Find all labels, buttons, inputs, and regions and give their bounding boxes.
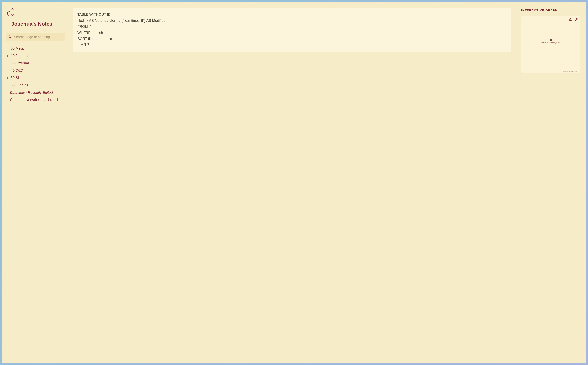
chevron-right-icon [6, 84, 9, 87]
main-content: TABLE WITHOUT IDfile.link AS Note, datef… [69, 2, 515, 363]
graph-container[interactable]: Dataview - Recently Edited Powered by Ob… [521, 16, 581, 73]
nav-list: 00 Meta10 Journals30 External40 D&D50 Sl… [6, 45, 65, 104]
nav-item-6[interactable]: Dataview - Recently Edited [6, 89, 65, 96]
code-line-2: FROM "" [77, 24, 507, 30]
code-line-3: WHERE publish [77, 30, 507, 36]
app-window: Joschua's Notes 00 Meta10 Journals30 Ext… [2, 2, 586, 363]
graph-footer[interactable]: Powered by Obsidian [563, 70, 579, 72]
logo[interactable] [6, 7, 65, 18]
nav-item-label: 00 Meta [11, 46, 24, 51]
chevron-right-icon [6, 62, 9, 65]
nav-item-label: 30 External [11, 61, 29, 65]
graph-node[interactable]: Dataview - Recently Edited [540, 39, 561, 44]
svg-rect-1 [11, 8, 14, 15]
nav-item-7[interactable]: Git force overwrite local branch [6, 96, 65, 104]
graph-node-dot [550, 39, 552, 41]
nav-item-5[interactable]: 60 Outputs [6, 82, 65, 89]
graph-panel-title: INTERACTIVE GRAPH [521, 8, 581, 12]
code-block: TABLE WITHOUT IDfile.link AS Note, datef… [73, 7, 511, 52]
sidebar: Joschua's Notes 00 Meta10 Journals30 Ext… [2, 2, 69, 363]
nav-item-4[interactable]: 50 Slipbox [6, 74, 65, 82]
search-input[interactable] [14, 35, 62, 39]
nav-item-label: 50 Slipbox [11, 76, 27, 80]
nav-item-label: 40 D&D [11, 69, 23, 73]
code-line-5: LIMIT 7 [77, 42, 507, 48]
svg-point-2 [9, 35, 11, 38]
nav-item-label: Dataview - Recently Edited [10, 91, 53, 95]
sidebar-title[interactable]: Joschua's Notes [6, 21, 65, 27]
search-box[interactable] [6, 33, 65, 41]
nav-item-label: 10 Journals [11, 54, 29, 58]
graph-node-label: Dataview - Recently Edited [540, 42, 561, 44]
chevron-right-icon [6, 47, 9, 50]
search-icon [8, 35, 12, 39]
svg-line-7 [575, 19, 577, 21]
nav-item-label: Git force overwrite local branch [10, 98, 59, 102]
svg-line-3 [11, 37, 11, 38]
nav-item-2[interactable]: 30 External [6, 60, 65, 67]
expand-icon[interactable] [574, 18, 578, 21]
code-line-4: SORT file.mtime desc [77, 36, 507, 42]
nav-item-0[interactable]: 00 Meta [6, 45, 65, 52]
code-line-0: TABLE WITHOUT ID [77, 12, 507, 18]
svg-point-4 [570, 18, 571, 19]
logo-icon [7, 7, 15, 17]
chevron-right-icon [6, 69, 9, 72]
svg-rect-0 [7, 11, 10, 15]
nav-item-label: 60 Outputs [11, 83, 28, 87]
chevron-right-icon [6, 55, 9, 57]
chevron-right-icon [6, 77, 9, 79]
nav-item-3[interactable]: 40 D&D [6, 67, 65, 74]
right-panel: INTERACTIVE GRAPH Dataview - Recently Ed… [515, 2, 586, 363]
nav-item-1[interactable]: 10 Journals [6, 52, 65, 60]
graph-depth-icon[interactable] [568, 18, 572, 22]
code-line-1: file.link AS Note, dateformat(file.mtime… [77, 18, 507, 24]
